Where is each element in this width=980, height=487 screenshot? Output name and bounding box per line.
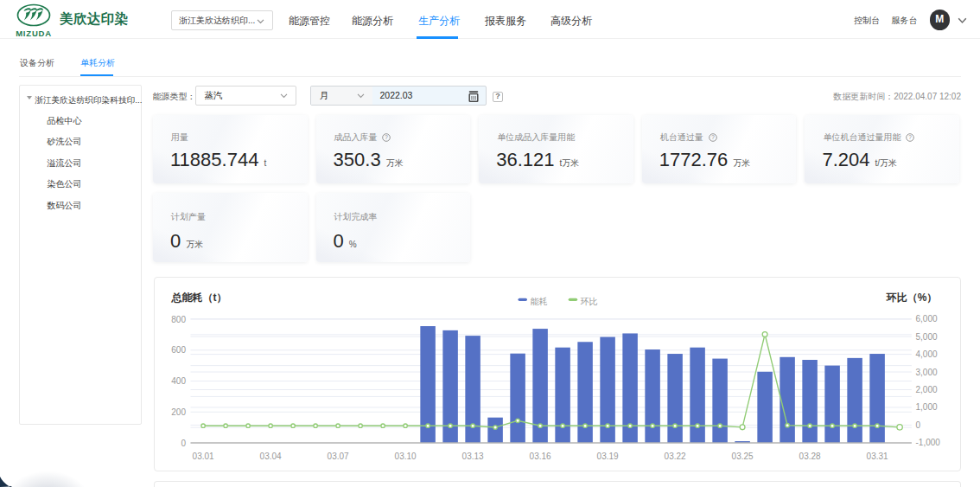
svg-text:MIZUDA: MIZUDA (16, 29, 52, 38)
svg-text:03.13: 03.13 (461, 452, 483, 461)
svg-text:03.01: 03.01 (192, 452, 213, 461)
svg-text:200: 200 (171, 407, 186, 417)
svg-text:03.25: 03.25 (731, 452, 753, 461)
svg-text:3,000: 3,000 (915, 368, 937, 377)
svg-text:0: 0 (915, 420, 920, 430)
svg-text:03.28: 03.28 (799, 452, 820, 461)
svg-text:4,000: 4,000 (915, 349, 937, 359)
svg-text:0: 0 (181, 439, 186, 448)
svg-text:03.04: 03.04 (259, 452, 281, 461)
svg-text:?: ? (711, 134, 715, 140)
svg-text:03.19: 03.19 (596, 452, 618, 461)
svg-text:环比（%）: 环比（%） (885, 292, 937, 304)
svg-text:800: 800 (171, 315, 186, 324)
svg-text:1,000: 1,000 (915, 402, 937, 412)
svg-text:5,000: 5,000 (915, 332, 937, 342)
svg-text:能耗: 能耗 (530, 297, 547, 306)
svg-text:2,000: 2,000 (915, 385, 937, 394)
svg-text:03.10: 03.10 (394, 452, 416, 461)
svg-text:400: 400 (171, 376, 186, 386)
svg-text:?: ? (385, 134, 389, 140)
svg-text:-1,000: -1,000 (915, 438, 940, 447)
svg-text:环比: 环比 (580, 297, 597, 306)
svg-text:6,000: 6,000 (915, 314, 937, 324)
svg-text:总能耗（t）: 总能耗（t） (170, 292, 226, 304)
svg-text:03.22: 03.22 (664, 452, 685, 461)
svg-text:?: ? (908, 134, 912, 140)
svg-text:600: 600 (171, 345, 186, 355)
svg-text:03.07: 03.07 (327, 452, 348, 461)
svg-text:03.31: 03.31 (866, 452, 888, 461)
svg-text:03.16: 03.16 (529, 452, 550, 461)
